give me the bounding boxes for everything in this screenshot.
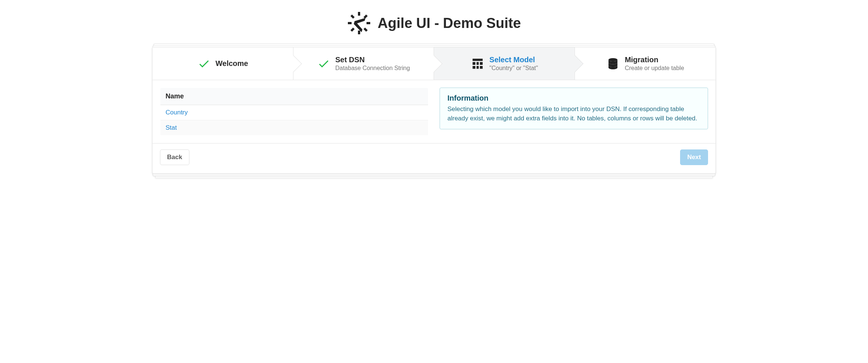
database-icon bbox=[606, 57, 620, 70]
step-title: Select Model bbox=[490, 56, 538, 64]
brand-logo-icon bbox=[347, 11, 371, 35]
info-body: Selecting which model you would like to … bbox=[447, 105, 700, 123]
step-desc: Create or update table bbox=[625, 65, 684, 72]
check-icon bbox=[198, 57, 210, 70]
brand-title: Agile UI - Demo Suite bbox=[378, 15, 521, 31]
step-title: Migration bbox=[625, 56, 684, 64]
step-welcome[interactable]: Welcome bbox=[152, 47, 293, 80]
model-link-country[interactable]: Country bbox=[160, 105, 428, 120]
step-migration[interactable]: Migration Create or update table bbox=[575, 47, 716, 80]
model-table: Name Country Stat bbox=[160, 88, 428, 136]
wizard-steps: Welcome Set DSN Database Connection Stri… bbox=[152, 47, 716, 80]
step-desc: Database Connection String bbox=[335, 65, 410, 72]
back-button[interactable]: Back bbox=[160, 149, 189, 165]
table-row: Stat bbox=[160, 120, 428, 136]
step-select-model[interactable]: Select Model "Country" or "Stat" bbox=[434, 47, 575, 80]
next-button[interactable]: Next bbox=[680, 149, 708, 165]
wizard-panel: Welcome Set DSN Database Connection Stri… bbox=[152, 47, 716, 174]
table-icon bbox=[471, 57, 484, 70]
step-set-dsn[interactable]: Set DSN Database Connection String bbox=[293, 47, 434, 80]
table-header-name: Name bbox=[160, 88, 428, 105]
info-header: Information bbox=[447, 94, 700, 102]
check-icon bbox=[317, 57, 330, 70]
step-title: Set DSN bbox=[335, 56, 410, 64]
wizard-actions: Back Next bbox=[152, 143, 716, 173]
table-row: Country bbox=[160, 105, 428, 120]
model-link-stat[interactable]: Stat bbox=[160, 120, 428, 136]
svg-point-0 bbox=[608, 58, 617, 61]
step-desc: "Country" or "Stat" bbox=[490, 65, 538, 72]
step-title: Welcome bbox=[216, 59, 248, 68]
brand-header: Agile UI - Demo Suite bbox=[152, 11, 716, 35]
info-message: Information Selecting which model you wo… bbox=[440, 88, 708, 129]
